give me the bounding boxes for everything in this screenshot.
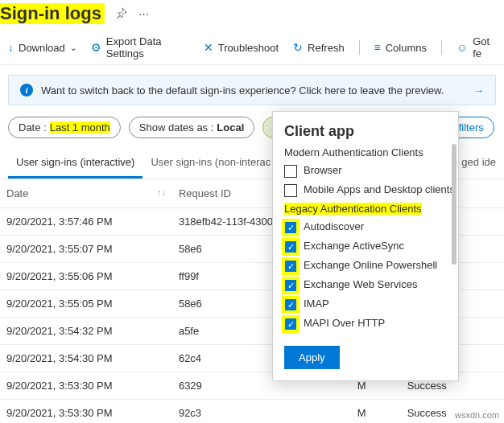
cell-request-id: 92c3 xyxy=(172,400,351,424)
table-row[interactable]: 9/20/2021, 3:53:30 PM 92c3 M Success xyxy=(0,400,504,424)
tab-right[interactable]: ged ide xyxy=(453,150,496,179)
cell-date: 9/20/2021, 3:55:05 PM xyxy=(0,290,172,318)
cell-date: 9/20/2021, 3:55:07 PM xyxy=(0,236,172,263)
cell-date: 9/20/2021, 3:55:06 PM xyxy=(0,263,172,290)
option-label: Mobile Apps and Desktop clients xyxy=(304,183,455,195)
divider xyxy=(359,40,360,55)
option-autodiscover[interactable]: Autodiscover xyxy=(284,220,455,234)
option-label: Exchange Online Powershell xyxy=(304,259,437,271)
checkbox-unchecked[interactable] xyxy=(284,165,297,178)
filter-showdates-label: Show dates as : xyxy=(139,121,214,133)
wrench-icon: ✕ xyxy=(204,41,213,54)
col-date[interactable]: Date↑↓ xyxy=(0,179,172,208)
arrow-right-icon: → xyxy=(473,84,484,97)
download-button[interactable]: ↓ Download ⌄ xyxy=(8,41,76,54)
columns-label: Columns xyxy=(386,42,427,54)
tab-noninteractive[interactable]: User sign-ins (non-interac xyxy=(143,150,279,179)
columns-button[interactable]: ≡ Columns xyxy=(374,41,427,54)
tab-interactive[interactable]: User sign-ins (interactive) xyxy=(8,150,143,179)
download-label: Download xyxy=(19,42,65,54)
option-label: IMAP xyxy=(304,298,329,310)
checkbox-checked[interactable] xyxy=(284,279,297,292)
sort-icon: ↑↓ xyxy=(157,187,166,197)
info-text: Want to switch back to the default sign-… xyxy=(41,84,444,97)
option-eps[interactable]: Exchange Online Powershell xyxy=(284,259,455,273)
download-icon: ↓ xyxy=(8,41,14,54)
pin-icon[interactable] xyxy=(116,7,127,21)
cell-user: M xyxy=(351,400,401,424)
option-label: Autodiscover xyxy=(304,220,364,232)
page-title: Sign-in logs xyxy=(0,3,105,24)
feedback-button[interactable]: ☺ Got fe xyxy=(456,35,496,60)
apply-button[interactable]: Apply xyxy=(284,346,340,369)
toolbar: ↓ Download ⌄ ⚙ Export Data Settings ✕ Tr… xyxy=(0,31,504,65)
checkbox-checked[interactable] xyxy=(284,298,297,311)
option-ews[interactable]: Exchange Web Services xyxy=(284,278,455,292)
divider xyxy=(441,40,442,55)
checkbox-unchecked[interactable] xyxy=(284,184,297,197)
info-icon: i xyxy=(20,84,33,97)
cell-date: 9/20/2021, 3:53:30 PM xyxy=(0,400,172,424)
refresh-button[interactable]: ↻ Refresh xyxy=(293,41,345,54)
checkbox-checked[interactable] xyxy=(284,260,297,273)
filter-showdates-value: Local xyxy=(217,121,244,133)
feedback-label: Got fe xyxy=(473,35,496,60)
section-modern: Modern Authentication Clients xyxy=(284,146,455,158)
troubleshoot-button[interactable]: ✕ Troubleshoot xyxy=(204,41,279,54)
popup-title: Client app xyxy=(284,123,455,140)
info-bar[interactable]: i Want to switch back to the default sig… xyxy=(8,75,496,105)
checkbox-checked[interactable] xyxy=(284,318,297,331)
option-label: Exchange ActiveSync xyxy=(304,240,404,252)
option-label: MAPI Over HTTP xyxy=(304,317,385,329)
refresh-label: Refresh xyxy=(308,42,345,54)
section-legacy: Legacy Authentication Clients xyxy=(284,203,422,215)
watermark: wsxdn.com xyxy=(455,410,499,420)
option-eas[interactable]: Exchange ActiveSync xyxy=(284,240,455,253)
chevron-down-icon: ⌄ xyxy=(70,43,76,52)
cell-date: 9/20/2021, 3:53:30 PM xyxy=(0,372,172,400)
checkbox-checked[interactable] xyxy=(284,221,297,234)
page-header: Sign-in logs ⋯ xyxy=(0,0,504,31)
option-mapi[interactable]: MAPI Over HTTP xyxy=(284,317,455,331)
filter-show-dates[interactable]: Show dates as : Local xyxy=(129,117,254,138)
scrollbar[interactable] xyxy=(452,144,456,265)
cell-date: 9/20/2021, 3:57:46 PM xyxy=(0,208,172,236)
refresh-icon: ↻ xyxy=(293,41,303,54)
gear-icon: ⚙ xyxy=(91,41,101,54)
more-icon[interactable]: ⋯ xyxy=(138,8,149,20)
cell-date: 9/20/2021, 3:54:32 PM xyxy=(0,318,172,345)
option-label: Exchange Web Services xyxy=(304,278,417,290)
option-imap[interactable]: IMAP xyxy=(284,298,455,311)
troubleshoot-label: Troubleshoot xyxy=(218,42,279,54)
option-label: Browser xyxy=(304,164,342,176)
option-mobile[interactable]: Mobile Apps and Desktop clients xyxy=(284,183,455,197)
option-browser[interactable]: Browser xyxy=(284,164,455,178)
export-button[interactable]: ⚙ Export Data Settings xyxy=(91,35,189,60)
export-label: Export Data Settings xyxy=(106,35,189,60)
cell-date: 9/20/2021, 3:54:30 PM xyxy=(0,345,172,372)
client-app-popup: Client app Modern Authentication Clients… xyxy=(272,111,459,381)
filter-date[interactable]: Date : Last 1 month xyxy=(8,117,121,138)
columns-icon: ≡ xyxy=(374,41,381,54)
filter-date-label: Date : xyxy=(19,121,47,133)
filter-date-value: Last 1 month xyxy=(50,121,110,133)
feedback-icon: ☺ xyxy=(456,41,468,54)
checkbox-checked[interactable] xyxy=(284,240,297,253)
